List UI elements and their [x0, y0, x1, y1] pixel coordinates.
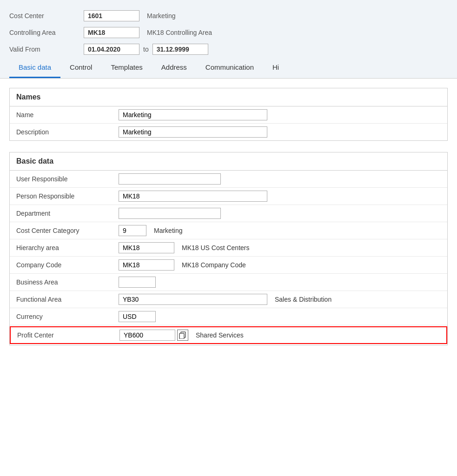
- department-row: Department: [10, 205, 447, 222]
- tab-address[interactable]: Address: [152, 58, 196, 78]
- cost-center-category-input[interactable]: [119, 225, 146, 236]
- controlling-area-value: MK18: [84, 27, 139, 38]
- cost-center-value: 1601: [84, 10, 139, 21]
- person-responsible-input[interactable]: [119, 191, 267, 202]
- controlling-area-label: Controlling Area: [9, 29, 84, 36]
- cost-center-name: Marketing: [139, 11, 183, 21]
- functional-area-label: Functional Area: [16, 296, 119, 303]
- functional-area-name: Sales & Distribution: [267, 294, 339, 304]
- currency-label: Currency: [16, 313, 119, 320]
- tab-hi[interactable]: Hi: [263, 58, 288, 78]
- functional-area-row: Functional Area Sales & Distribution: [10, 291, 447, 308]
- person-responsible-row: Person Responsible: [10, 188, 447, 205]
- tabs-bar: Basic data Control Templates Address Com…: [0, 58, 457, 79]
- names-section-title: Names: [10, 88, 447, 106]
- profit-center-input[interactable]: [119, 330, 175, 341]
- main-content: Names Name Description Basic data User R…: [0, 79, 457, 366]
- hierarchy-area-name: MK18 US Cost Centers: [174, 243, 257, 253]
- tab-templates[interactable]: Templates: [101, 58, 152, 78]
- cost-center-row: Cost Center 1601 Marketing: [9, 7, 448, 24]
- controlling-area-name: MK18 Controlling Area: [139, 27, 219, 38]
- valid-from-row: Valid From 01.04.2020 to 31.12.9999: [9, 41, 448, 58]
- functional-area-input[interactable]: [119, 294, 267, 305]
- header-section: Cost Center 1601 Marketing Controlling A…: [0, 0, 457, 58]
- valid-to-value: 31.12.9999: [152, 44, 208, 55]
- svg-rect-1: [179, 333, 184, 339]
- company-code-name: MK18 Company Code: [174, 260, 253, 270]
- tab-basic-data[interactable]: Basic data: [9, 58, 60, 78]
- business-area-row: Business Area: [10, 274, 447, 291]
- copy-icon-svg: [179, 331, 186, 339]
- hierarchy-area-row: Hierarchy area MK18 US Cost Centers: [10, 239, 447, 257]
- tab-communication[interactable]: Communication: [196, 58, 263, 78]
- hierarchy-area-input[interactable]: [119, 242, 174, 253]
- company-code-input[interactable]: [119, 259, 174, 271]
- valid-from-label: Valid From: [9, 46, 84, 53]
- name-input[interactable]: [119, 109, 267, 120]
- currency-input[interactable]: [119, 311, 156, 322]
- department-label: Department: [16, 210, 119, 217]
- hierarchy-area-label: Hierarchy area: [16, 244, 119, 251]
- cost-center-category-row: Cost Center Category Marketing: [10, 222, 447, 239]
- basic-data-section-title: Basic data: [10, 152, 447, 171]
- names-section: Names Name Description: [9, 88, 448, 141]
- person-responsible-label: Person Responsible: [16, 192, 119, 200]
- basic-data-section: Basic data User Responsible Person Respo…: [9, 152, 448, 345]
- valid-from-value: 01.04.2020: [84, 44, 139, 55]
- cost-center-category-name: Marketing: [146, 225, 190, 236]
- business-area-label: Business Area: [16, 278, 119, 286]
- description-row: Description: [10, 124, 447, 140]
- cost-center-category-label: Cost Center Category: [16, 227, 119, 234]
- department-input[interactable]: [119, 208, 221, 219]
- description-input[interactable]: [119, 126, 267, 138]
- business-area-input[interactable]: [119, 277, 156, 288]
- profit-center-label: Profit Center: [17, 331, 119, 339]
- to-label: to: [139, 44, 152, 54]
- currency-row: Currency: [10, 308, 447, 325]
- user-responsible-label: User Responsible: [16, 175, 119, 183]
- tab-control[interactable]: Control: [60, 58, 101, 78]
- user-responsible-input[interactable]: [119, 173, 221, 185]
- profit-center-row: Profit Center Shared Services: [10, 326, 447, 344]
- description-label: Description: [16, 128, 119, 136]
- name-label: Name: [16, 111, 119, 119]
- company-code-label: Company Code: [16, 261, 119, 269]
- user-responsible-row: User Responsible: [10, 171, 447, 188]
- name-row: Name: [10, 106, 447, 124]
- company-code-row: Company Code MK18 Company Code: [10, 257, 447, 274]
- copy-icon[interactable]: [177, 330, 188, 341]
- cost-center-label: Cost Center: [9, 12, 84, 20]
- controlling-area-row: Controlling Area MK18 MK18 Controlling A…: [9, 24, 448, 41]
- profit-center-name: Shared Services: [188, 330, 251, 340]
